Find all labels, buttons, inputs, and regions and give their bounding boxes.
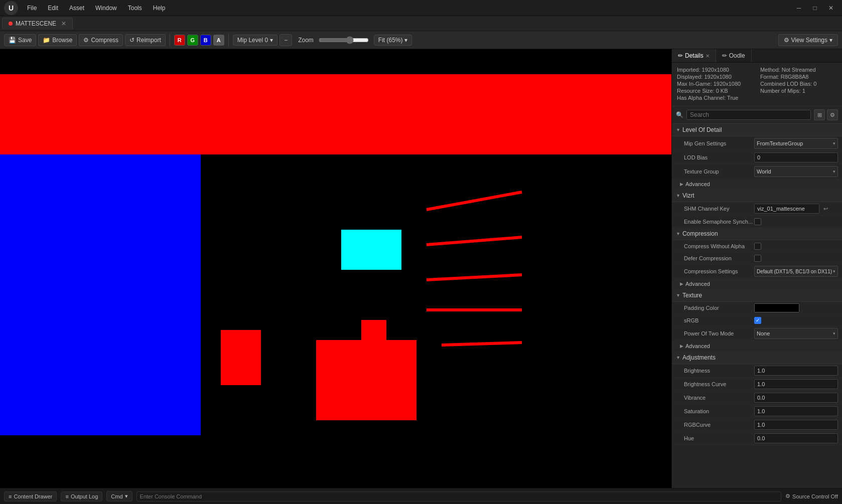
red-shape-top xyxy=(361,320,386,340)
shm-channel-key-row: SHM Channel Key ↩ xyxy=(672,202,842,216)
method-text: Method: Not Streamed xyxy=(760,67,837,73)
maximize-button[interactable]: □ xyxy=(808,3,822,14)
texture-section-arrow: ▼ xyxy=(676,293,680,298)
menu-file[interactable]: File xyxy=(22,3,42,14)
tab-close-button[interactable]: ✕ xyxy=(61,20,66,27)
enable-semaphore-checkbox[interactable] xyxy=(754,218,761,225)
brightness-row: Brightness xyxy=(672,364,842,378)
brightness-curve-input[interactable] xyxy=(754,379,838,389)
output-log-button[interactable]: ≡ Output Log xyxy=(61,491,102,501)
zoom-slider[interactable] xyxy=(319,36,369,44)
padding-color-swatch[interactable] xyxy=(754,303,799,312)
saturation-row: Saturation xyxy=(672,405,842,418)
content-drawer-button[interactable]: ≡ Content Drawer xyxy=(4,491,57,501)
compress-button[interactable]: ⚙ Compress xyxy=(79,34,123,46)
save-button[interactable]: 💾 Save xyxy=(4,34,36,46)
compression-section-arrow: ▼ xyxy=(676,231,680,236)
texture-advanced-header[interactable]: ▶ Advanced xyxy=(672,341,842,352)
srgb-checkbox[interactable] xyxy=(754,317,761,324)
lod-section-header[interactable]: ▼ Level Of Detail xyxy=(672,124,842,136)
adjustments-section-header[interactable]: ▼ Adjustments xyxy=(672,352,842,364)
svg-line-2 xyxy=(427,275,522,280)
canvas-area[interactable] xyxy=(0,49,671,488)
svg-line-4 xyxy=(442,343,522,345)
menu-asset[interactable]: Asset xyxy=(64,3,89,14)
texture-group-dropdown[interactable]: World ▾ xyxy=(754,166,838,177)
zoom-minus-button[interactable]: − xyxy=(279,34,292,46)
toolbar: 💾 Save 📁 Browse ⚙ Compress ↺ Reimport R … xyxy=(0,31,842,49)
menu-bar: File Edit Asset Window Tools Help xyxy=(22,3,170,14)
zoom-label: Zoom xyxy=(298,37,314,44)
info-col-left-1: Imported: 1920x1080 Displayed: 1920x1080… xyxy=(677,67,754,101)
mip-gen-settings-dropdown[interactable]: FromTextureGroup ▾ xyxy=(754,138,838,149)
search-input[interactable] xyxy=(686,110,811,120)
texture-group-value: World ▾ xyxy=(754,166,838,177)
lod-advanced-arrow: ▶ xyxy=(680,182,683,187)
shm-channel-key-input[interactable] xyxy=(754,204,819,214)
compression-settings-value: Default (DXT1/5, BC1/3 on DX11) ▾ xyxy=(754,266,838,277)
enable-semaphore-row: Enable Semaphore Synch... xyxy=(672,216,842,228)
oodle-tab-icon: ✏ xyxy=(722,52,727,59)
cmd-dropdown[interactable]: Cmd ▾ xyxy=(106,491,132,501)
brightness-curve-row: Brightness Curve xyxy=(672,378,842,391)
rgbcurve-value xyxy=(754,420,838,430)
details-tab-close[interactable]: ✕ xyxy=(706,53,710,59)
power-of-two-dropdown[interactable]: None ▾ xyxy=(754,328,838,339)
compress-without-alpha-checkbox[interactable] xyxy=(754,243,761,250)
lod-section-arrow: ▼ xyxy=(676,127,680,132)
grid-view-button[interactable]: ⊞ xyxy=(814,109,825,120)
menu-window[interactable]: Window xyxy=(90,3,122,14)
menu-tools[interactable]: Tools xyxy=(123,3,147,14)
channel-g-button[interactable]: G xyxy=(187,35,198,46)
settings-button[interactable]: ⚙ xyxy=(827,109,838,120)
mip-dropdown-arrow: ▾ xyxy=(270,37,273,44)
rgbcurve-input[interactable] xyxy=(754,420,838,430)
compression-settings-dropdown[interactable]: Default (DXT1/5, BC1/3 on DX11) ▾ xyxy=(754,266,838,277)
close-button[interactable]: ✕ xyxy=(824,3,838,14)
svg-line-0 xyxy=(427,192,522,210)
vibrance-input[interactable] xyxy=(754,393,838,403)
texture-group-row: Texture Group World ▾ xyxy=(672,164,842,179)
browse-button[interactable]: 📁 Browse xyxy=(38,34,77,46)
panel-info: Imported: 1920x1080 Displayed: 1920x1080… xyxy=(672,63,842,106)
texture-section-header[interactable]: ▼ Texture xyxy=(672,289,842,302)
channel-a-button[interactable]: A xyxy=(213,35,224,46)
minimize-button[interactable]: ─ xyxy=(792,3,806,14)
reimport-icon: ↺ xyxy=(129,37,134,44)
defer-compression-checkbox[interactable] xyxy=(754,255,761,262)
has-alpha-text: Has Alpha Channel: True xyxy=(677,95,754,101)
compression-settings-row: Compression Settings Default (DXT1/5, BC… xyxy=(672,264,842,279)
shm-reset-button[interactable]: ↩ xyxy=(823,206,828,212)
resource-size-text: Resource Size: 0 KB xyxy=(677,88,754,94)
hue-value xyxy=(754,433,838,443)
zoom-fit-dropdown[interactable]: Fit (65%) ▾ xyxy=(374,35,412,46)
lod-advanced-header[interactable]: ▶ Advanced xyxy=(672,179,842,190)
reimport-button[interactable]: ↺ Reimport xyxy=(125,34,166,46)
texture-preview xyxy=(0,49,671,488)
source-control-indicator[interactable]: ⚙ Source Control Off xyxy=(785,493,838,499)
mip-level-dropdown[interactable]: Mip Level 0 ▾ xyxy=(233,35,277,46)
menu-edit[interactable]: Edit xyxy=(43,3,63,14)
channel-r-button[interactable]: R xyxy=(174,35,185,46)
channel-b-button[interactable]: B xyxy=(200,35,211,46)
details-tab[interactable]: ✏ Details ✕ xyxy=(672,49,716,62)
vizrt-section-header[interactable]: ▼ Vizrt xyxy=(672,190,842,202)
view-settings-button[interactable]: ⚙ View Settings ▾ xyxy=(778,34,838,46)
saturation-input[interactable] xyxy=(754,406,838,416)
oodle-tab[interactable]: ✏ Oodle xyxy=(716,49,752,62)
mattescene-tab[interactable]: MATTESCENE ✕ xyxy=(2,18,73,29)
menu-help[interactable]: Help xyxy=(148,3,171,14)
bottombar: ≡ Content Drawer ≡ Output Log Cmd ▾ ⚙ So… xyxy=(0,488,842,504)
shm-channel-key-value: ↩ xyxy=(754,204,838,214)
vizrt-section-arrow: ▼ xyxy=(676,193,680,198)
lod-bias-input[interactable] xyxy=(754,152,838,162)
hue-input[interactable] xyxy=(754,433,838,443)
properties-scroll[interactable]: ▼ Level Of Detail Mip Gen Settings FromT… xyxy=(672,124,842,488)
compression-advanced-header[interactable]: ▶ Advanced xyxy=(672,279,842,289)
console-command-input[interactable] xyxy=(136,491,782,501)
vibrance-row: Vibrance xyxy=(672,391,842,405)
compression-section-header[interactable]: ▼ Compression xyxy=(672,228,842,240)
brightness-input[interactable] xyxy=(754,366,838,376)
texture-group-arrow: ▾ xyxy=(833,169,835,174)
red-shape-large xyxy=(316,340,416,420)
